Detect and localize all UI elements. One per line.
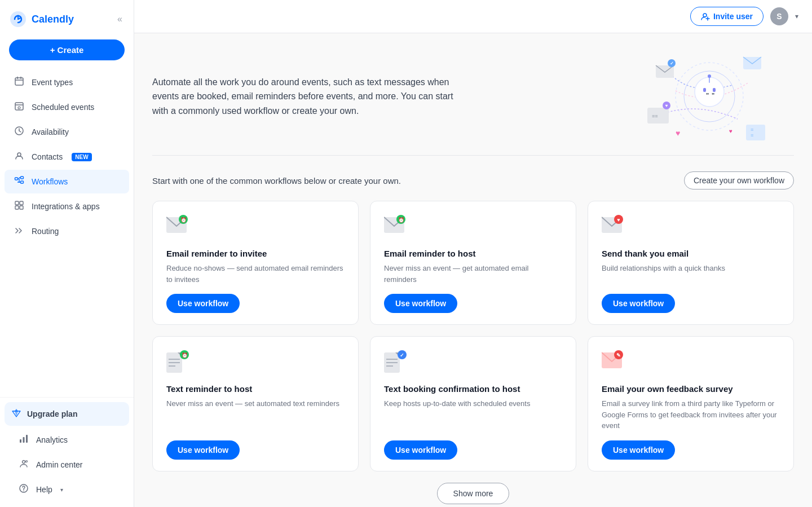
sidebar-item-event-types[interactable]: Event types (5, 70, 129, 94)
workflow-cards-grid: ⏰ Email reminder to invitee Reduce no-sh… (152, 201, 794, 471)
routing-icon (14, 225, 25, 237)
sidebar-header: Calendly « (0, 0, 134, 35)
sidebar-item-contacts[interactable]: Contacts NEW (5, 145, 129, 169)
upgrade-plan-button[interactable]: Upgrade plan (5, 402, 129, 426)
card-title-1: Email reminder to host (384, 249, 562, 258)
svg-point-27 (23, 461, 25, 464)
card-desc-4: Keep hosts up-to-date with scheduled eve… (384, 398, 562, 431)
card-title-0: Email reminder to invitee (166, 249, 345, 258)
show-more-button[interactable]: Show more (437, 483, 510, 504)
svg-rect-21 (20, 201, 23, 205)
use-workflow-button-0[interactable]: Use workflow (166, 294, 240, 313)
sidebar-item-analytics[interactable]: Analytics (9, 428, 125, 452)
use-workflow-button-2[interactable]: Use workflow (602, 294, 675, 313)
show-more-container: Show more (152, 483, 794, 504)
workflow-card-email-reminder-invitee: ⏰ Email reminder to invitee Reduce no-sh… (152, 201, 359, 325)
svg-text:✓: ✓ (400, 352, 404, 358)
svg-point-10 (18, 107, 20, 109)
svg-point-14 (17, 153, 21, 156)
svg-text:≡: ≡ (751, 127, 753, 133)
logo-area: Calendly (9, 10, 74, 28)
hero-section: Automate all the work you do around even… (152, 33, 794, 156)
card-title-2: Send thank you email (602, 249, 780, 258)
hero-illustration: ✓ ≡≡ ♥ (625, 51, 794, 142)
use-workflow-button-1[interactable]: Use workflow (384, 294, 457, 313)
card-icon-text-booking: ✓ (384, 350, 411, 377)
card-icon-thank-you: ♥ (602, 215, 629, 242)
svg-text:": " (712, 92, 714, 99)
sidebar-item-label-contacts: Contacts (32, 152, 63, 161)
sidebar-item-label-event-types: Event types (32, 78, 73, 87)
create-own-workflow-button[interactable]: Create your own workflow (684, 171, 794, 189)
sidebar-item-label-integrations: Integrations & apps (32, 202, 100, 211)
calendar-icon (14, 76, 25, 89)
card-desc-1: Never miss an event — get automated emai… (384, 263, 562, 285)
logo-text: Calendly (32, 14, 74, 25)
help-caret-icon: ▾ (60, 487, 63, 493)
sidebar-nav: Event types Scheduled events Availabilit… (0, 69, 134, 397)
card-icon-feedback-survey: ✎ (602, 350, 629, 377)
sidebar-item-label-scheduled: Scheduled events (32, 103, 94, 112)
hero-text: Automate all the work you do around even… (152, 75, 462, 118)
svg-text:♥: ♥ (676, 129, 680, 138)
use-workflow-button-5[interactable]: Use workflow (602, 440, 675, 460)
svg-rect-26 (26, 435, 28, 443)
workflow-card-email-reminder-host: ⏰ Email reminder to host Never miss an e… (370, 201, 576, 325)
svg-text:≡≡: ≡≡ (652, 113, 658, 119)
svg-text:⏰: ⏰ (180, 217, 187, 223)
svg-rect-40 (647, 108, 669, 124)
upgrade-plan-label: Upgrade plan (27, 409, 77, 418)
svg-rect-49 (713, 88, 716, 92)
scheduled-events-icon (14, 101, 25, 113)
sidebar: Calendly « + Create Event types Schedule… (0, 0, 134, 507)
svg-rect-22 (15, 206, 19, 209)
sidebar-bottom: Upgrade plan Analytics Admin center Help… (0, 397, 134, 507)
invite-user-label: Invite user (713, 12, 753, 21)
user-avatar[interactable]: S (770, 7, 788, 25)
svg-text:♥: ♥ (617, 217, 620, 223)
topbar: Invite user S ▾ (134, 0, 812, 33)
sidebar-item-routing[interactable]: Routing (5, 219, 129, 243)
card-icon-text-reminder: ⏰ (166, 350, 193, 377)
svg-point-28 (26, 461, 28, 462)
card-title-4: Text booking confirmation to host (384, 384, 562, 394)
workflow-card-text-reminder-host: ⏰ Text reminder to host Never miss an ev… (152, 336, 359, 471)
svg-rect-20 (15, 201, 19, 205)
invite-user-icon (701, 12, 710, 21)
sidebar-item-integrations[interactable]: Integrations & apps (5, 195, 129, 218)
integrations-icon (14, 200, 25, 213)
invite-user-button[interactable]: Invite user (690, 7, 764, 26)
workflows-section-header: Start with one of the common workflows b… (152, 171, 794, 189)
sidebar-item-scheduled-events[interactable]: Scheduled events (5, 95, 129, 119)
card-desc-2: Build relationships with a quick thanks (602, 263, 780, 285)
svg-point-30 (23, 491, 24, 492)
use-workflow-button-3[interactable]: Use workflow (166, 440, 240, 460)
sidebar-item-label-analytics: Analytics (36, 435, 68, 444)
content-area: Automate all the work you do around even… (134, 33, 812, 507)
sidebar-item-availability[interactable]: Availability (5, 120, 129, 144)
workflow-card-text-booking-confirmation: ✓ Text booking confirmation to host Keep… (370, 336, 576, 471)
sidebar-item-admin-center[interactable]: Admin center (9, 453, 125, 477)
sidebar-item-label-availability: Availability (32, 127, 69, 136)
svg-rect-24 (20, 439, 21, 443)
svg-line-13 (19, 131, 21, 132)
svg-text:⏰: ⏰ (182, 352, 188, 359)
card-desc-0: Reduce no-shows — send automated email r… (166, 263, 345, 285)
collapse-sidebar-button[interactable]: « (115, 12, 125, 27)
clock-icon (14, 126, 25, 138)
contacts-new-badge: NEW (72, 153, 91, 161)
admin-icon (18, 458, 29, 471)
sidebar-item-label-routing: Routing (32, 227, 59, 236)
use-workflow-button-4[interactable]: Use workflow (384, 440, 457, 460)
avatar-dropdown-caret[interactable]: ▾ (795, 12, 798, 20)
svg-text:♥: ♥ (729, 128, 732, 134)
section-title: Start with one of the common workflows b… (152, 176, 401, 186)
sidebar-item-help[interactable]: Help ▾ (9, 478, 125, 501)
svg-text:≡: ≡ (751, 133, 753, 138)
create-button[interactable]: + Create (9, 39, 125, 60)
workflow-card-thank-you: ♥ Send thank you email Build relationshi… (588, 201, 794, 325)
svg-rect-16 (21, 177, 24, 179)
sidebar-item-workflows[interactable]: Workflows (5, 170, 129, 193)
svg-rect-25 (23, 437, 25, 443)
calendly-logo-icon (9, 10, 27, 28)
